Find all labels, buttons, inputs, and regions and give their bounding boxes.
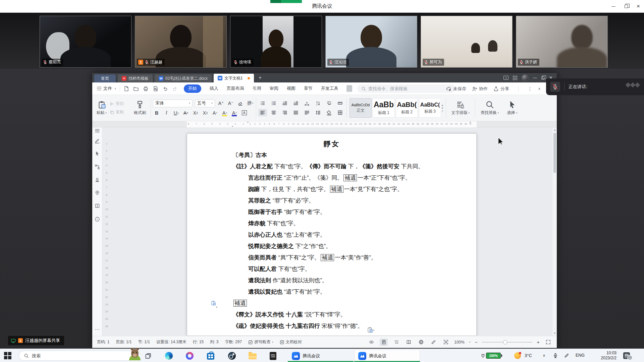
underline-button[interactable]: U▾ <box>172 109 180 117</box>
horizontal-ruler[interactable]: 8765432112345678910111213141516171819202… <box>92 121 557 127</box>
temperature[interactable]: 3°C <box>525 353 532 358</box>
shading-button[interactable] <box>325 109 333 116</box>
notification-center-icon[interactable]: 1 <box>623 352 630 359</box>
highlight-color-button[interactable]: A▾ <box>221 109 228 117</box>
command-search-input[interactable] <box>368 86 445 91</box>
wps-minimize-icon[interactable] <box>533 78 537 78</box>
align-left-button[interactable] <box>258 109 267 116</box>
font-family-select[interactable]: 宋体▾ <box>153 100 193 107</box>
ruler-button[interactable] <box>336 100 344 107</box>
save-status[interactable]: 未保存 <box>446 86 466 92</box>
ribbon-tab-视图[interactable]: 视图 <box>287 85 296 92</box>
account-avatar[interactable] <box>522 74 529 81</box>
char-scale-button[interactable]: A <box>303 100 311 107</box>
document-tab-0[interactable]: 首页 <box>94 74 116 82</box>
tray-chevron-up-icon[interactable]: ∧ <box>543 353 545 358</box>
search-highlight-groundhog[interactable] <box>127 348 143 360</box>
taskbar-app-edge[interactable] <box>162 350 175 361</box>
wps-restore-icon[interactable] <box>541 76 544 79</box>
workspace-grid-icon[interactable] <box>513 76 517 80</box>
borders-button[interactable] <box>336 109 344 116</box>
participant-tile-4[interactable]: 郑可为 <box>421 16 513 68</box>
taskbar-app-epic[interactable]: EPICGAMES <box>266 350 280 361</box>
font-size-select[interactable]: 五号▾ <box>195 100 215 107</box>
fit-page-button[interactable] <box>442 339 450 346</box>
scroll-down-icon[interactable]: ▼ <box>552 332 557 335</box>
style-card-标题 2[interactable]: AaBb( 标题 2 <box>396 98 418 118</box>
ribbon-tab-页面布局[interactable]: 页面布局 <box>227 85 244 92</box>
redo-button[interactable] <box>172 86 178 92</box>
share-button[interactable]: 分享 <box>493 86 509 92</box>
taskbar-search-input[interactable] <box>32 353 92 358</box>
command-search-box[interactable] <box>357 84 455 93</box>
taskbar-app-explorer[interactable] <box>246 350 259 361</box>
find-replace-button[interactable]: 查找替换▾ <box>477 100 502 116</box>
help-icon[interactable]: ? <box>95 217 100 222</box>
bold-button[interactable]: B <box>153 109 160 117</box>
align-center-button[interactable] <box>269 109 278 116</box>
tray-pen-icon[interactable] <box>564 353 569 358</box>
taskbar-app-steam[interactable] <box>225 350 238 361</box>
vertical-ruler[interactable]: 1234567891011121314151617181920212223242… <box>102 127 111 336</box>
split-window-icon[interactable]: 2 <box>503 76 508 80</box>
participant-tile-0[interactable]: 蔡阳亮 <box>40 16 131 68</box>
minimize-button[interactable] <box>608 3 619 10</box>
document-tab-1[interactable]: ✦找稻壳模板 <box>118 74 153 82</box>
distribute-button[interactable] <box>303 109 311 116</box>
select-button[interactable]: 选择▾ <box>502 100 522 116</box>
read-mode-button[interactable] <box>405 339 413 346</box>
collapse-ribbon-icon[interactable]: ∧ <box>538 86 541 91</box>
participant-tile-2[interactable]: 徐琦瑛 <box>230 16 322 68</box>
eye-protect-icon[interactable] <box>367 339 375 346</box>
book-icon[interactable] <box>95 203 100 208</box>
ribbon-tab-章节[interactable]: 章节 <box>304 85 313 92</box>
style-card-标题 3[interactable]: AaBbC( 标题 3 <box>419 98 441 118</box>
sort-button[interactable]: AZ <box>314 100 322 107</box>
ribbon-tab-插入[interactable]: 插入 <box>210 85 218 92</box>
signature-pen-icon[interactable] <box>95 138 100 143</box>
pinyin-guide-button[interactable]: 拼▾ <box>247 100 254 107</box>
zoom-level[interactable]: 100% <box>454 340 465 345</box>
web-view-button[interactable] <box>417 339 425 346</box>
tray-mic-icon[interactable] <box>553 353 558 358</box>
file-menu-button[interactable]: 文件∨ <box>97 85 116 92</box>
weather-sun-icon[interactable] <box>514 352 521 359</box>
first-line-indent-marker[interactable]: ▼ <box>247 121 249 123</box>
start-button[interactable] <box>4 352 11 359</box>
numbered-list-button[interactable]: 123 <box>269 100 278 107</box>
decrease-font-button[interactable]: A⁻ <box>227 100 234 107</box>
document-tab-2[interactable]: W02毛詩註疏卷第二.docx <box>155 74 212 82</box>
format-painter-button[interactable]: 格式刷 <box>131 100 149 116</box>
ribbon-tab-开始[interactable]: 开始 <box>184 84 201 93</box>
muted-mic-chip[interactable] <box>550 82 560 92</box>
doc-open-button[interactable] <box>133 86 139 92</box>
fullscreen-button[interactable] <box>544 339 552 346</box>
restore-button[interactable] <box>621 3 631 10</box>
zoom-out-button[interactable]: − <box>475 339 478 345</box>
scrollbar-thumb[interactable] <box>553 133 556 173</box>
indent-increase-button[interactable] <box>291 100 300 107</box>
subscript-button[interactable]: X2 <box>202 109 209 117</box>
style-card-标题 1[interactable]: AaBb 标题 1 <box>373 98 395 118</box>
document-canvas[interactable]: 靜女 〔考異〕古本《註》人君之配 下有“也”字。《傳》而不可踰 下，《箋》然後可… <box>111 127 552 336</box>
taskbar-app-store[interactable] <box>204 350 217 361</box>
page-view-button[interactable] <box>380 339 388 346</box>
italic-button[interactable]: I <box>163 109 170 117</box>
align-right-button[interactable] <box>280 109 289 116</box>
copy-button[interactable]: 复制 <box>110 109 130 115</box>
scroll-up-icon[interactable]: ▲ <box>552 128 557 131</box>
ribbon-tab-审阅[interactable]: 审阅 <box>270 85 278 92</box>
ink-mode-button[interactable] <box>429 339 437 346</box>
right-indent-marker[interactable]: ▼ <box>469 121 471 123</box>
ribbon-tab-引用[interactable]: 引用 <box>253 85 261 92</box>
taskbar-meeting-window-1[interactable]: 腾讯会议 <box>354 350 420 362</box>
tray-clock[interactable]: 10:03 2023/2/2 <box>591 351 616 361</box>
new-tab-button[interactable]: + <box>259 75 262 81</box>
bullets-button[interactable] <box>258 100 267 107</box>
strikethrough-button[interactable]: A▾ <box>182 109 190 117</box>
justify-button[interactable] <box>291 109 300 116</box>
select-cursor-icon[interactable] <box>95 151 100 156</box>
more-menu-icon[interactable]: ⋮ <box>528 86 532 92</box>
spell-check-toggle[interactable]: 拼写检查▾ <box>248 339 273 345</box>
taskbar-app-office[interactable] <box>183 350 196 361</box>
